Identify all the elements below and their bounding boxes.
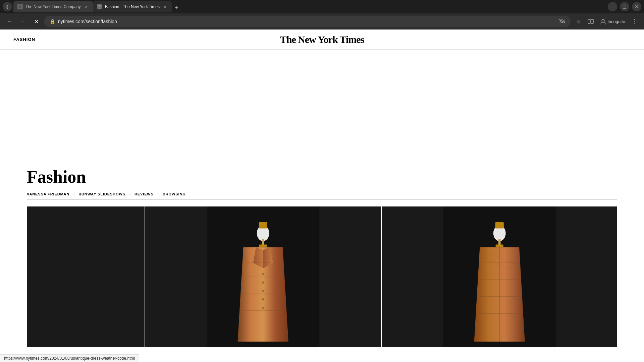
lock-icon: 🔒	[50, 19, 55, 24]
fashion-nav: VANESSA FRIEDMAN / RUNWAY SLIDESHOWS / R…	[27, 192, 617, 200]
status-url: https://www.nytimes.com/2024/01/08/us/an…	[4, 356, 135, 361]
svg-rect-8	[259, 244, 267, 247]
article-image-center[interactable]	[145, 206, 381, 347]
toolbar-icons: ☆ Incognito ⋮	[573, 16, 640, 27]
incognito-badge: Incognito	[597, 17, 628, 26]
svg-point-0	[18, 5, 22, 8]
address-url: nytimes.com/section/fashion	[58, 19, 556, 24]
browser-chrome: ❮ The New York Times Company ✕	[0, 0, 644, 29]
window-controls: ─ ◻ ✕	[608, 2, 641, 11]
section-label[interactable]: FASHION	[13, 37, 35, 42]
article-image-left[interactable]	[27, 206, 145, 347]
tab-fashion[interactable]: Fashion - The New York Times ✕	[93, 1, 172, 12]
address-bar[interactable]: 🔒 nytimes.com/section/fashion	[44, 16, 571, 27]
image-grid	[27, 206, 617, 347]
svg-rect-18	[259, 222, 267, 228]
fashion-title: Fashion	[27, 167, 617, 187]
tab-close-nyt-company[interactable]: ✕	[84, 4, 89, 9]
nyt-logo[interactable]: The New York Times	[280, 34, 364, 45]
nyt-logo-text: The New York Times	[280, 34, 364, 45]
nav-item-browsing[interactable]: BROWSING	[163, 192, 186, 196]
incognito-label: Incognito	[607, 19, 625, 24]
bookmark-button[interactable]: ☆	[573, 16, 584, 27]
svg-rect-2	[588, 19, 590, 23]
split-view-button[interactable]	[585, 16, 596, 27]
page-content: FASHION The New York Times Fashion VANES…	[0, 29, 644, 362]
back-button[interactable]: ←	[4, 16, 15, 27]
article-image-right[interactable]	[382, 206, 617, 347]
svg-point-10	[262, 281, 264, 284]
svg-point-9	[262, 273, 264, 275]
tab-favicon-fashion	[97, 4, 102, 9]
forward-button[interactable]: →	[17, 16, 28, 27]
svg-rect-3	[591, 19, 593, 23]
svg-point-11	[262, 290, 264, 292]
eye-slash-icon	[559, 19, 565, 24]
reload-button[interactable]: ✕	[31, 16, 42, 27]
maximize-button[interactable]: ◻	[620, 2, 629, 11]
nyt-header: FASHION The New York Times	[0, 29, 644, 50]
fashion-section: Fashion VANESSA FRIEDMAN / RUNWAY SLIDES…	[0, 167, 644, 347]
ad-space	[0, 50, 644, 167]
svg-point-13	[262, 307, 264, 309]
nav-item-vanessa-friedman[interactable]: VANESSA FRIEDMAN	[27, 192, 69, 196]
close-window-button[interactable]: ✕	[632, 2, 641, 11]
svg-rect-28	[495, 222, 503, 228]
nav-item-runway-slideshows[interactable]: RUNWAY SLIDESHOWS	[78, 192, 125, 196]
minimize-button[interactable]: ─	[608, 2, 617, 11]
nav-sep-3: /	[158, 192, 159, 196]
dress-front-svg	[145, 206, 381, 347]
svg-rect-22	[495, 244, 503, 247]
tabs-container: The New York Times Company ✕ Fashion - T…	[13, 1, 606, 12]
nav-sep-2: /	[129, 192, 130, 196]
tab-favicon-nyt-company	[17, 4, 23, 9]
status-bar: https://www.nytimes.com/2024/01/08/us/an…	[0, 354, 139, 362]
new-tab-button[interactable]: +	[172, 3, 181, 12]
svg-point-12	[262, 298, 264, 301]
menu-button[interactable]: ⋮	[629, 16, 640, 27]
tab-title-nyt-company: The New York Times Company	[25, 4, 81, 9]
tab-nav-back-button[interactable]: ❮	[3, 2, 12, 11]
tab-bar: ❮ The New York Times Company ✕	[0, 0, 644, 13]
address-bar-row: ← → ✕ 🔒 nytimes.com/section/fashion ☆	[0, 13, 644, 29]
nav-sep-1: /	[73, 192, 74, 196]
svg-point-4	[602, 19, 604, 22]
tab-close-fashion[interactable]: ✕	[162, 4, 168, 9]
dress-back-svg	[382, 206, 617, 347]
tab-nyt-company[interactable]: The New York Times Company ✕	[13, 1, 93, 12]
tab-title-fashion: Fashion - The New York Times	[105, 4, 160, 9]
nav-item-reviews[interactable]: REVIEWS	[135, 192, 154, 196]
